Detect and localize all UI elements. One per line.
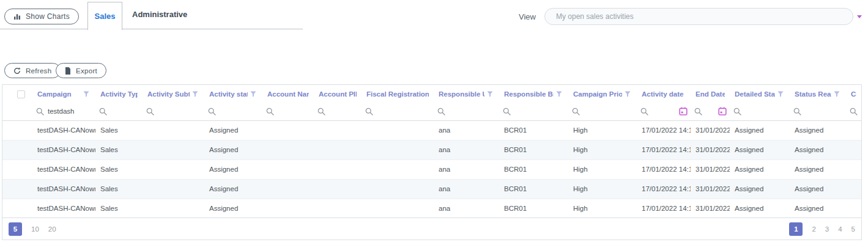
cell-close [846, 120, 861, 140]
cell-campaign: testDASH-CANowner [32, 140, 95, 159]
column-header-fiscal-registration-no[interactable]: Fiscal Registration No [362, 85, 434, 103]
page-4[interactable]: 4 [838, 225, 842, 233]
column-header-account-pin[interactable]: Account PIN [314, 85, 362, 103]
refresh-icon [13, 67, 21, 75]
table-row[interactable]: testDASH-CANowner Sales Assigned ana BCR… [2, 199, 861, 218]
cell-activity-type: Sales [95, 120, 143, 140]
column-header-campaign[interactable]: Campaign [32, 85, 95, 103]
filter-icon[interactable] [83, 91, 89, 97]
page-3[interactable]: 3 [825, 225, 829, 233]
filter-icon[interactable] [625, 91, 631, 97]
bar-chart-icon [13, 13, 21, 20]
cell-activity-date: 17/01/2022 14:17 [637, 140, 691, 159]
column-header-activity-date[interactable]: Activity date [637, 85, 691, 103]
filter-cell-campaign[interactable] [32, 103, 95, 120]
calendar-icon[interactable] [718, 107, 727, 115]
cell-activity-date: 17/01/2022 14:17 [637, 179, 691, 199]
calendar-icon[interactable] [679, 107, 688, 115]
cell-activity-subtype [143, 140, 204, 159]
page-2[interactable]: 2 [812, 225, 815, 233]
filter-cell-activity-type[interactable] [95, 103, 143, 120]
column-header-campaign-priority[interactable]: Campaign Priority [568, 85, 637, 103]
column-header-activity-type[interactable]: Activity Type [95, 85, 143, 103]
page-5[interactable]: 5 [851, 225, 855, 233]
filter-cell-campaign-priority[interactable] [568, 103, 637, 120]
page-1[interactable]: 1 [789, 222, 803, 236]
export-button[interactable]: Export [56, 63, 106, 78]
cell-campaign: testDASH-CANowner [32, 120, 95, 140]
filter-icon[interactable] [777, 91, 784, 97]
search-icon [99, 108, 107, 115]
view-label: View [519, 12, 536, 21]
column-header-account-name[interactable]: Account Name [262, 85, 314, 103]
cell-campaign: testDASH-CANowner [32, 179, 95, 199]
view-selected-value: My open sales activities [556, 12, 634, 21]
filter-cell-status-reason[interactable] [790, 103, 846, 120]
cell-fiscal-registration-no [362, 179, 434, 199]
cell-campaign-priority: High [568, 199, 637, 218]
cell-responsible-branch: BCR01 [499, 199, 568, 218]
table-row[interactable]: testDASH-CANowner Sales Assigned ana BCR… [2, 179, 861, 199]
select-all-checkbox[interactable] [17, 90, 25, 98]
tab-administrative[interactable]: Administrative [122, 0, 197, 29]
cell-end-date: 31/01/2022 [691, 179, 730, 199]
pager: 1 2 3 4 5 [789, 222, 855, 236]
filter-icon[interactable] [192, 91, 198, 97]
column-header-responsible-user[interactable]: Responsible User [434, 85, 499, 103]
grid-footer: 5 10 20 1 2 3 4 5 [2, 218, 861, 240]
tab-sales-label: Sales [95, 12, 116, 21]
column-header-activity-status[interactable]: Activity status [204, 85, 262, 103]
view-dropdown-caret-icon[interactable] [857, 15, 862, 18]
cell-responsible-user: ana [434, 140, 499, 159]
cell-end-date: 31/01/2022 [691, 140, 730, 159]
filter-cell-fiscal-registration-no[interactable] [362, 103, 434, 120]
cell-detailed-status: Assigned [730, 199, 790, 218]
cell-activity-status: Assigned [204, 140, 262, 159]
show-charts-button[interactable]: Show Charts [4, 9, 79, 24]
page-size-5[interactable]: 5 [9, 222, 22, 236]
cell-responsible-branch: BCR01 [499, 159, 568, 179]
table-row[interactable]: testDASH-CANowner Sales Assigned ana BCR… [2, 120, 861, 140]
refresh-button[interactable]: Refresh [4, 63, 61, 78]
column-header-responsible-branch[interactable]: Responsible Branch [499, 85, 568, 103]
filter-cell-account-pin[interactable] [314, 103, 362, 120]
filter-cell-responsible-user[interactable] [434, 103, 499, 120]
filter-icon[interactable] [834, 91, 840, 97]
table-row[interactable]: testDASH-CANowner Sales Assigned ana BCR… [2, 159, 861, 179]
cell-campaign-priority: High [568, 120, 637, 140]
table-row[interactable]: testDASH-CANowner Sales Assigned ana BCR… [2, 140, 861, 159]
cell-activity-subtype [143, 179, 204, 199]
filter-cell-responsible-branch[interactable] [499, 103, 568, 120]
activities-grid: Campaign Activity Type Activity Subtype … [2, 84, 862, 240]
view-dropdown[interactable]: My open sales activities [544, 8, 853, 25]
page-size-10[interactable]: 10 [31, 225, 39, 233]
filter-icon[interactable] [250, 91, 256, 97]
column-header-end-date[interactable]: End Date [691, 85, 730, 103]
column-header-close[interactable]: Close [846, 85, 861, 103]
column-header-activity-subtype[interactable]: Activity Subtype [143, 85, 204, 103]
tab-sales[interactable]: Sales [87, 2, 122, 30]
filter-cell-close[interactable] [846, 103, 861, 120]
search-icon [266, 108, 274, 115]
filter-cell-account-name[interactable] [262, 103, 314, 120]
cell-account-pin [314, 120, 362, 140]
page-size-20[interactable]: 20 [48, 225, 56, 233]
activities-table: Campaign Activity Type Activity Subtype … [2, 85, 861, 218]
filter-cell-end-date[interactable] [691, 103, 730, 120]
filter-cell-detailed-status[interactable] [730, 103, 790, 120]
column-header-status-reason[interactable]: Status Reason [790, 85, 846, 103]
cell-activity-status: Assigned [204, 179, 262, 199]
cell-detailed-status: Assigned [730, 120, 790, 140]
filter-icon[interactable] [487, 91, 493, 97]
row-select-cell [2, 179, 32, 199]
filter-cell-activity-date[interactable] [637, 103, 691, 120]
filter-cell-activity-subtype[interactable] [143, 103, 204, 120]
cell-fiscal-registration-no [362, 140, 434, 159]
cell-responsible-user: ana [434, 179, 499, 199]
filter-cell-activity-status[interactable] [204, 103, 262, 120]
column-header-detailed-status[interactable]: Detailed Status [730, 85, 790, 103]
cell-account-pin [314, 179, 362, 199]
cell-activity-type: Sales [95, 140, 143, 159]
campaign-filter-input[interactable] [48, 108, 86, 115]
filter-icon[interactable] [556, 91, 562, 97]
